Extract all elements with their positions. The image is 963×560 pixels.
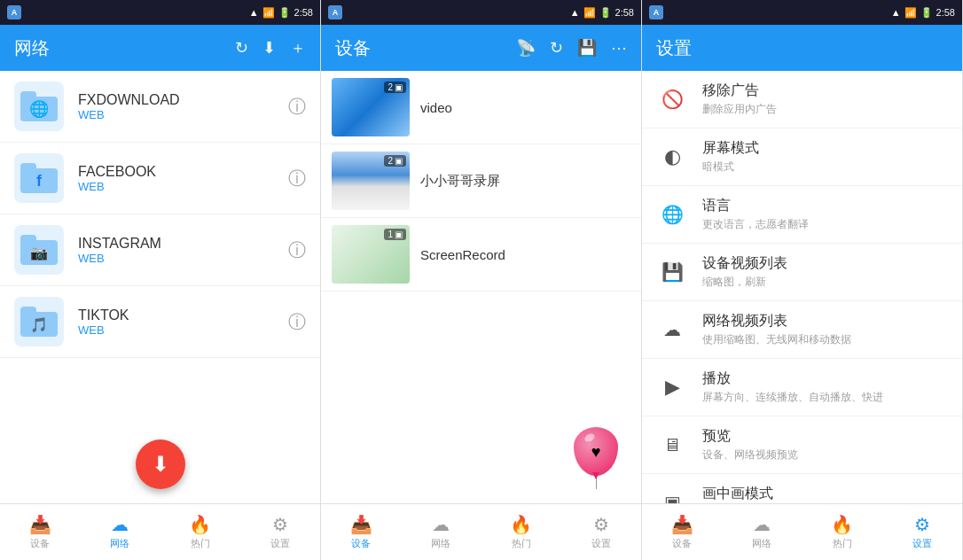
hot-nav-icon-3: 🔥 bbox=[831, 514, 853, 535]
topbar-settings-title: 设置 bbox=[656, 36, 948, 60]
settings-nav-label-1: 设置 bbox=[270, 537, 290, 550]
net-list-title: 网络视频列表 bbox=[702, 312, 948, 331]
network-nav-icon-3: ☁ bbox=[753, 514, 771, 535]
net-item-fxdownload[interactable]: 🌐 FXDOWNLOAD WEB ⓘ bbox=[0, 71, 320, 143]
network-nav-icon-2: ☁ bbox=[432, 514, 450, 535]
device-list-icon-wrap: 💾 bbox=[656, 256, 688, 288]
language-text: 语言 更改语言，志愿者翻译 bbox=[702, 197, 948, 232]
settings-item-preview[interactable]: 🖥 预览 设备、网络视频预览 bbox=[642, 416, 962, 474]
network-nav-label-1: 网络 bbox=[110, 537, 129, 550]
facebook-icon-wrap: f bbox=[14, 153, 64, 203]
language-icon: 🌐 bbox=[662, 204, 684, 225]
ads-sub: 删除应用内广告 bbox=[702, 102, 948, 117]
network-list: 🌐 FXDOWNLOAD WEB ⓘ f FACEBOO bbox=[0, 71, 320, 503]
network-nav-icon-1: ☁ bbox=[111, 514, 129, 535]
nav-hot-2[interactable]: 🔥 热门 bbox=[482, 504, 561, 560]
playback-text: 播放 屏幕方向、连续播放、自动播放、快进 bbox=[702, 369, 948, 405]
settings-nav-icon-2: ⚙ bbox=[593, 514, 609, 535]
hot-nav-label-1: 热门 bbox=[191, 537, 210, 550]
instagram-info-btn[interactable]: ⓘ bbox=[288, 238, 306, 262]
net-item-instagram[interactable]: 📷 INSTAGRAM WEB ⓘ bbox=[0, 214, 320, 286]
nav-network-3[interactable]: ☁ 网络 bbox=[722, 504, 802, 560]
nav-network-1[interactable]: ☁ 网络 bbox=[80, 504, 160, 560]
settings-item-ads[interactable]: 🚫 移除广告 删除应用内广告 bbox=[642, 71, 962, 128]
screenrecord-badge-count: 1 bbox=[388, 229, 393, 239]
video-name: video bbox=[420, 100, 452, 115]
wifi-icon-3: ▲ bbox=[891, 7, 901, 18]
preview-icon: 🖥 bbox=[663, 435, 681, 455]
device-item-video[interactable]: 2 ▣ video bbox=[321, 71, 641, 144]
fxdownload-info: FXDOWNLOAD WEB bbox=[78, 92, 288, 121]
preview-icon-wrap: 🖥 bbox=[656, 429, 688, 461]
settings-item-net-list[interactable]: ☁ 网络视频列表 使用缩略图、无线网和移动数据 bbox=[642, 301, 962, 359]
fxdownload-info-btn[interactable]: ⓘ bbox=[288, 95, 306, 119]
net-list-text: 网络视频列表 使用缩略图、无线网和移动数据 bbox=[702, 312, 948, 347]
video-badge-icon: ▣ bbox=[395, 82, 403, 92]
ads-title: 移除广告 bbox=[702, 82, 948, 100]
settings-item-playback[interactable]: ▶ 播放 屏幕方向、连续播放、自动播放、快进 bbox=[642, 359, 962, 416]
screenrecord-badge-icon: ▣ bbox=[395, 229, 403, 239]
settings-item-screen-mode[interactable]: ◐ 屏幕模式 暗模式 bbox=[642, 128, 962, 186]
net-item-tiktok[interactable]: 🎵 TIKTOK WEB ⓘ bbox=[0, 286, 320, 358]
signal-icon-2: 📶 bbox=[583, 7, 596, 19]
net-item-facebook[interactable]: f FACEBOOK WEB ⓘ bbox=[0, 143, 320, 214]
download-icon-net[interactable]: ⬇ bbox=[262, 38, 276, 58]
tiktok-logo: 🎵 bbox=[30, 316, 48, 333]
topbar-network-icons: ↻ ⬇ ＋ bbox=[235, 37, 306, 58]
bottom-nav-1: 📥 设备 ☁ 网络 🔥 热门 ⚙ 设置 bbox=[0, 503, 320, 560]
preview-sub: 设备、网络视频预览 bbox=[702, 447, 948, 463]
device-nav-label-2: 设备 bbox=[351, 537, 371, 550]
battery-icon-3: 🔋 bbox=[920, 7, 933, 19]
time-1: 2:58 bbox=[294, 7, 313, 18]
settings-item-pip[interactable]: ▣ 画中画模式 画中画模式位置、宽度 bbox=[642, 474, 962, 503]
hot-nav-label-3: 热门 bbox=[833, 537, 852, 550]
nav-hot-1[interactable]: 🔥 热门 bbox=[160, 504, 240, 560]
status-right-2: ▲ 📶 🔋 2:58 bbox=[570, 7, 634, 19]
topbar-device: 设备 📡 ↻ 💾 ⋯ bbox=[321, 25, 641, 71]
playback-sub: 屏幕方向、连续播放、自动播放、快进 bbox=[702, 390, 948, 405]
refresh-icon-net[interactable]: ↻ bbox=[235, 38, 248, 58]
wifi-icon-2: ▲ bbox=[570, 7, 580, 18]
device-item-xiaogelupin[interactable]: 2 ▣ 小小哥哥录屏 bbox=[321, 144, 641, 218]
panel-device: A ▲ 📶 🔋 2:58 设备 📡 ↻ 💾 ⋯ 2 ▣ bbox=[321, 0, 642, 560]
nav-hot-3[interactable]: 🔥 热门 bbox=[802, 504, 882, 560]
tiktok-sub: WEB bbox=[78, 323, 288, 337]
heart-icon: ♥ bbox=[591, 442, 601, 461]
more-icon-dev[interactable]: ⋯ bbox=[611, 38, 627, 58]
nav-device-2[interactable]: 📥 设备 bbox=[321, 504, 401, 560]
nav-settings-2[interactable]: ⚙ 设置 bbox=[561, 504, 641, 560]
balloon-decoration: ♥ bbox=[565, 427, 627, 489]
nav-settings-1[interactable]: ⚙ 设置 bbox=[240, 504, 320, 560]
signal-icon-3: 📶 bbox=[904, 7, 917, 19]
app-icon-3: A bbox=[649, 5, 663, 19]
settings-item-device-list[interactable]: 💾 设备视频列表 缩略图，刷新 bbox=[642, 244, 962, 301]
preview-title: 预览 bbox=[702, 427, 948, 446]
settings-item-language[interactable]: 🌐 语言 更改语言，志愿者翻译 bbox=[642, 186, 962, 244]
tiktok-info-btn[interactable]: ⓘ bbox=[288, 310, 306, 334]
settings-nav-icon-3: ⚙ bbox=[914, 514, 930, 535]
refresh-icon-dev[interactable]: ↻ bbox=[550, 38, 563, 58]
cast-icon[interactable]: 📡 bbox=[516, 38, 536, 58]
fxdownload-logo: 🌐 bbox=[29, 99, 49, 119]
fab-download[interactable]: ⬇ bbox=[136, 439, 185, 489]
playback-title: 播放 bbox=[702, 369, 948, 388]
xiaogelupin-badge: 2 ▣ bbox=[384, 155, 406, 167]
screen-mode-sub: 暗模式 bbox=[702, 159, 948, 175]
add-icon-net[interactable]: ＋ bbox=[290, 37, 306, 58]
screen-mode-icon: ◐ bbox=[664, 145, 681, 168]
facebook-info-btn[interactable]: ⓘ bbox=[288, 167, 306, 191]
hot-nav-icon-2: 🔥 bbox=[510, 514, 532, 535]
screen-mode-icon-wrap: ◐ bbox=[656, 141, 688, 173]
device-item-screenrecord[interactable]: 1 ▣ ScreenRecord bbox=[321, 218, 641, 292]
language-icon-wrap: 🌐 bbox=[656, 198, 688, 230]
device-nav-icon-3: 📥 bbox=[671, 514, 693, 535]
nav-network-2[interactable]: ☁ 网络 bbox=[401, 504, 481, 560]
settings-list: 🚫 移除广告 删除应用内广告 ◐ 屏幕模式 暗模式 🌐 语言 更 bbox=[642, 71, 962, 503]
device-nav-icon-1: 📥 bbox=[29, 514, 51, 535]
nav-device-1[interactable]: 📥 设备 bbox=[0, 504, 80, 560]
save-icon-dev[interactable]: 💾 bbox=[577, 38, 597, 58]
topbar-network: 网络 ↻ ⬇ ＋ bbox=[0, 25, 320, 71]
nav-device-3[interactable]: 📥 设备 bbox=[642, 504, 722, 560]
nav-settings-3[interactable]: ⚙ 设置 bbox=[882, 504, 962, 560]
topbar-device-icons: 📡 ↻ 💾 ⋯ bbox=[516, 38, 627, 58]
